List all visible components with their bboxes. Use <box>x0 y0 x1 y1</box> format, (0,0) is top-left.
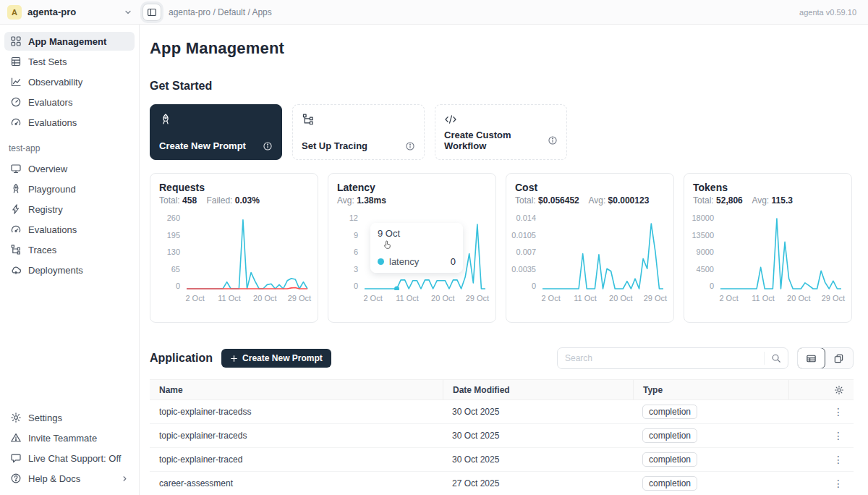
chart-tooltip: 9 Oct latency 0 <box>370 223 463 273</box>
type-badge: completion <box>642 428 697 443</box>
info-icon[interactable] <box>548 135 558 145</box>
chevron-down-icon <box>124 8 132 17</box>
x-axis-labels: 2 Oct11 Oct20 Oct29 Oct <box>546 294 665 305</box>
sidebar-item-label: Test Sets <box>28 56 67 67</box>
version-label: agenta v0.59.10 <box>799 8 856 17</box>
type-badge: completion <box>642 476 697 491</box>
create-new-prompt-button[interactable]: Create New Prompt <box>221 349 331 368</box>
row-actions-button[interactable]: ⋮ <box>788 430 854 441</box>
sidebar-item-traces[interactable]: Traces <box>4 240 135 259</box>
y-axis-labels: 260195130650 <box>159 214 185 290</box>
tokens-chart[interactable] <box>719 214 843 290</box>
table-view-button[interactable] <box>797 347 825 369</box>
application-heading: Application <box>150 352 213 365</box>
tooltip-series-name: latency <box>389 256 419 267</box>
trace-tree-icon <box>10 244 22 255</box>
row-actions-button[interactable]: ⋮ <box>788 454 854 465</box>
tooltip-value: 0 <box>451 256 456 267</box>
workspace-avatar: A <box>7 5 22 20</box>
column-header-type[interactable]: Type <box>633 380 788 399</box>
table-header: Name Date Modified Type <box>150 379 854 400</box>
info-icon[interactable] <box>405 141 415 151</box>
workspace-switcher[interactable]: A agenta-pro <box>0 5 140 20</box>
app-name: topic-explainer-traced <box>150 454 443 465</box>
main-content: App Management Get Started Create New Pr… <box>140 25 868 495</box>
create-custom-workflow-card[interactable]: Create Custom Workflow <box>435 104 567 160</box>
sidebar-item-observability[interactable]: Observability <box>4 72 135 91</box>
sidebar-item-app-management[interactable]: App Management <box>4 32 135 51</box>
sidebar-item-help-docs[interactable]: Help & Docs <box>4 469 135 488</box>
type-badge: completion <box>642 452 697 467</box>
app-name: topic-explainer-tracedss <box>150 407 443 417</box>
column-header-name[interactable]: Name <box>150 380 443 399</box>
column-header-date-modified[interactable]: Date Modified <box>443 380 633 399</box>
latency-chart-card: Latency Avg: 1.38ms 129630 2 Oct11 Oct20… <box>328 173 496 323</box>
app-name: topic-explainer-traceds <box>150 431 443 441</box>
info-icon[interactable] <box>263 141 273 151</box>
trace-tree-icon <box>302 113 315 126</box>
y-axis-labels: 0.0140.01050.0070.00350 <box>515 214 541 290</box>
app-name: career-assessment <box>150 478 443 488</box>
sidebar-item-settings[interactable]: Settings <box>4 408 135 427</box>
tooltip-series-row: latency 0 <box>378 256 456 267</box>
table-row[interactable]: topic-explainer-tracedss 30 Oct 2025 com… <box>150 400 854 424</box>
breadcrumb[interactable]: agenta-pro / Default / Apps <box>169 7 799 17</box>
date-modified: 27 Oct 2025 <box>443 478 633 488</box>
requests-chart[interactable] <box>185 214 309 290</box>
date-modified: 30 Oct 2025 <box>443 454 633 465</box>
grid-icon <box>10 35 22 47</box>
chevron-right-icon <box>121 475 129 483</box>
table-view-icon <box>806 353 817 364</box>
card-label: Create New Prompt <box>159 140 246 151</box>
x-axis-labels: 2 Oct11 Oct20 Oct29 Oct <box>190 294 309 305</box>
column-settings-button[interactable] <box>788 380 854 399</box>
monitor-icon <box>10 163 22 174</box>
tooltip-date: 9 Oct <box>378 228 456 239</box>
sidebar-item-overview[interactable]: Overview <box>4 159 135 178</box>
search-input[interactable] <box>558 353 764 363</box>
search-box <box>557 347 788 369</box>
sidebar-item-evaluations[interactable]: Evaluations <box>4 113 135 132</box>
sidebar-item-label: Evaluations <box>28 224 77 235</box>
x-axis-labels: 2 Oct11 Oct20 Oct29 Oct <box>368 294 487 305</box>
table-row[interactable]: topic-explainer-traceds 30 Oct 2025 comp… <box>150 424 854 448</box>
gear-icon <box>10 412 22 423</box>
sidebar-item-evaluators[interactable]: Evaluators <box>4 93 135 111</box>
card-label: Set Up Tracing <box>302 140 367 151</box>
lightning-icon <box>10 203 22 215</box>
y-axis-labels: 1800013500900045000 <box>693 214 719 290</box>
search-icon[interactable] <box>764 352 788 365</box>
gear-icon <box>834 385 844 395</box>
cloud-icon <box>10 264 22 276</box>
sidebar-item-registry[interactable]: Registry <box>4 200 135 219</box>
sidebar-item-label: Evaluators <box>28 97 72 108</box>
row-actions-button[interactable]: ⋮ <box>788 478 854 489</box>
sidebar-item-label: Live Chat Support: Off <box>28 453 121 464</box>
sidebar-item-playground[interactable]: Playground <box>4 179 135 198</box>
y-axis-labels: 129630 <box>337 214 363 290</box>
sidebar-item-app-evaluations[interactable]: Evaluations <box>4 220 135 239</box>
sidebar-item-invite-teammate[interactable]: Invite Teammate <box>4 428 135 447</box>
table-row[interactable]: topic-explainer-traced 30 Oct 2025 compl… <box>150 448 854 472</box>
chart-stats: Avg: 1.38ms <box>337 195 487 206</box>
sidebar-item-deployments[interactable]: Deployments <box>4 261 135 279</box>
set-up-tracing-card[interactable]: Set Up Tracing <box>292 104 425 160</box>
card-view-button[interactable] <box>825 348 853 368</box>
get-started-cards: Create New Prompt Set Up Tracing Create … <box>150 104 854 160</box>
type-badge: completion <box>642 405 697 419</box>
cost-chart[interactable] <box>541 214 665 290</box>
page-title: App Management <box>150 39 854 58</box>
sidebar-item-test-sets[interactable]: Test Sets <box>4 52 135 71</box>
create-new-prompt-card[interactable]: Create New Prompt <box>150 104 282 160</box>
sidebar-item-live-chat[interactable]: Live Chat Support: Off <box>4 449 135 468</box>
sidebar-toggle-button[interactable] <box>142 4 161 21</box>
table-row[interactable]: career-assessment 27 Oct 2025 completion… <box>150 472 854 495</box>
date-modified: 30 Oct 2025 <box>443 407 633 417</box>
sidebar: App Management Test Sets Observability E… <box>0 25 140 495</box>
sidebar-item-label: Help & Docs <box>28 473 80 484</box>
applications-table: Name Date Modified Type topic-explainer-… <box>150 379 854 495</box>
get-started-heading: Get Started <box>150 80 854 93</box>
card-view-icon <box>833 353 844 364</box>
chart-title: Latency <box>337 182 487 193</box>
row-actions-button[interactable]: ⋮ <box>788 406 854 418</box>
